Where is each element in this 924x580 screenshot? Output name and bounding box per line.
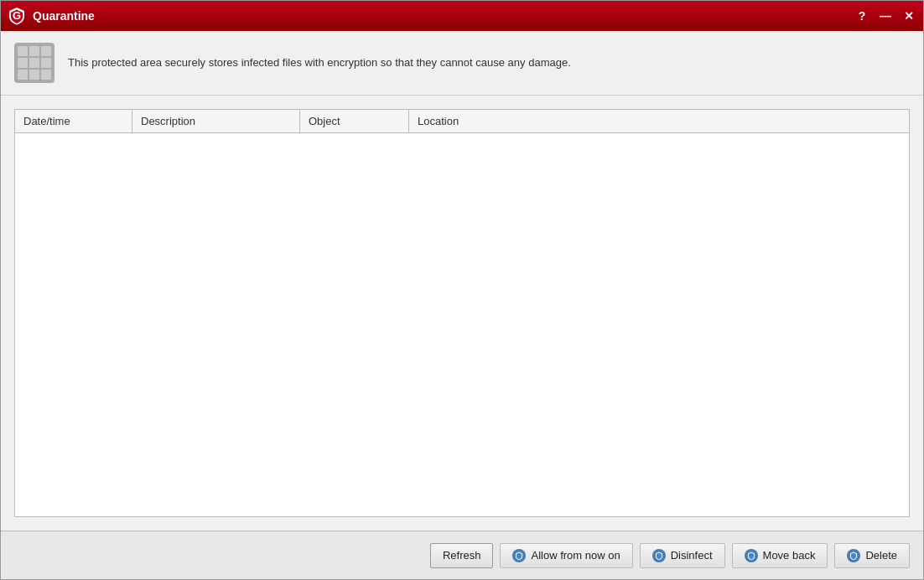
icon-cell xyxy=(29,58,39,68)
svg-text:G: G xyxy=(13,9,21,22)
shield-icon xyxy=(745,549,758,562)
col-header-location: Location xyxy=(409,110,909,132)
main-content: Date/time Description Object Location xyxy=(1,96,923,531)
allow-from-now-on-button[interactable]: Allow from now on xyxy=(500,543,632,568)
icon-cell xyxy=(41,58,51,68)
delete-label: Delete xyxy=(865,549,897,562)
icon-cell xyxy=(41,70,51,80)
icon-cell xyxy=(18,70,28,80)
col-header-description: Description xyxy=(132,110,300,132)
table-body[interactable] xyxy=(15,133,909,516)
close-button[interactable]: ✕ xyxy=(901,8,916,23)
header-area: This protected area securely stores infe… xyxy=(1,31,923,96)
icon-cell xyxy=(29,70,39,80)
move-back-button[interactable]: Move back xyxy=(732,543,828,568)
icon-cell xyxy=(29,46,39,56)
col-header-datetime: Date/time xyxy=(15,110,132,132)
quarantine-icon xyxy=(14,43,55,83)
col-header-object: Object xyxy=(300,110,409,132)
window-controls: ? — ✕ xyxy=(854,8,916,23)
allow-from-now-on-label: Allow from now on xyxy=(531,549,620,562)
app-logo: G xyxy=(8,7,26,25)
help-button[interactable]: ? xyxy=(854,8,869,23)
icon-cell xyxy=(41,46,51,56)
header-description: This protected area securely stores infe… xyxy=(68,55,571,70)
refresh-button[interactable]: Refresh xyxy=(430,543,494,568)
table-header: Date/time Description Object Location xyxy=(15,110,909,133)
icon-cell xyxy=(18,58,28,68)
minimize-button[interactable]: — xyxy=(878,8,893,23)
disinfect-label: Disinfect xyxy=(671,549,713,562)
titlebar: G Quarantine ? — ✕ xyxy=(1,1,923,31)
delete-button[interactable]: Delete xyxy=(834,543,910,568)
shield-icon xyxy=(847,549,860,562)
footer: Refresh Allow from now on Disinfect xyxy=(1,531,923,579)
quarantine-window: G Quarantine ? — ✕ This protected area s… xyxy=(0,0,924,580)
quarantine-table: Date/time Description Object Location xyxy=(14,109,910,517)
move-back-label: Move back xyxy=(763,549,816,562)
refresh-label: Refresh xyxy=(443,549,481,562)
shield-icon xyxy=(512,549,526,562)
shield-icon xyxy=(652,549,666,562)
window-title: Quarantine xyxy=(33,9,854,23)
disinfect-button[interactable]: Disinfect xyxy=(640,543,725,568)
icon-cell xyxy=(18,46,28,56)
